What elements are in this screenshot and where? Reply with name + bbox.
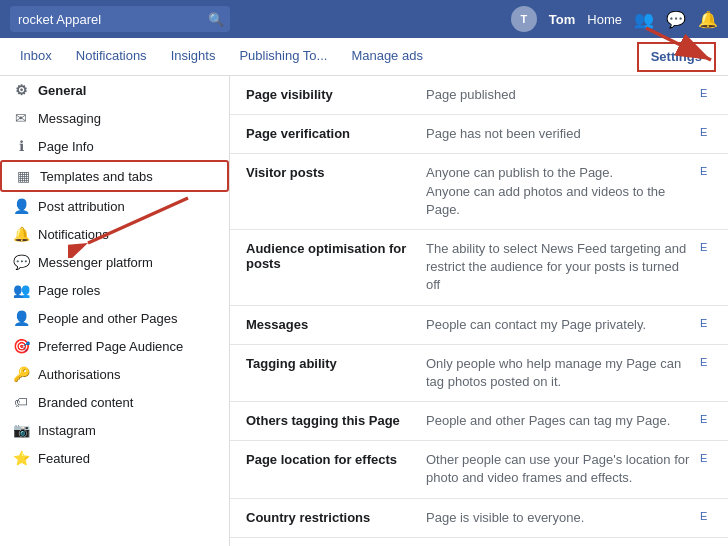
label-audience-opt: Audience optimisation for posts bbox=[246, 240, 426, 271]
friends-icon[interactable]: 👥 bbox=[634, 10, 654, 29]
sidebar-label-messenger: Messenger platform bbox=[38, 255, 153, 270]
value-page-location: Other people can use your Page's locatio… bbox=[426, 451, 692, 487]
sidebar-label-people-pages: People and other Pages bbox=[38, 311, 178, 326]
label-messages: Messages bbox=[246, 316, 426, 332]
page-roles-icon: 👥 bbox=[12, 282, 30, 298]
sidebar-item-general[interactable]: ⚙ General bbox=[0, 76, 229, 104]
label-page-verification: Page verification bbox=[246, 125, 426, 141]
settings-content: Page visibility Page published E Page ve… bbox=[230, 76, 728, 546]
sidebar-label-instagram: Instagram bbox=[38, 423, 96, 438]
value-audience-opt: The ability to select News Feed targetin… bbox=[426, 240, 692, 295]
sidebar-item-page-roles[interactable]: 👥 Page roles bbox=[0, 276, 229, 304]
sidebar-item-instagram[interactable]: 📷 Instagram bbox=[0, 416, 229, 444]
nav-bar: Inbox Notifications Insights Publishing … bbox=[0, 38, 728, 76]
sidebar-item-featured[interactable]: ⭐ Featured bbox=[0, 444, 229, 472]
home-link[interactable]: Home bbox=[587, 12, 622, 27]
edit-tagging-ability[interactable]: E bbox=[692, 355, 712, 368]
value-tagging-ability: Only people who help manage my Page can … bbox=[426, 355, 692, 391]
edit-page-location[interactable]: E bbox=[692, 451, 712, 464]
nav-inbox[interactable]: Inbox bbox=[8, 38, 64, 76]
label-others-tagging: Others tagging this Page bbox=[246, 412, 426, 428]
settings-row-country-restrictions: Country restrictions Page is visible to … bbox=[230, 499, 728, 538]
sidebar-label-messaging: Messaging bbox=[38, 111, 101, 126]
search-button[interactable]: 🔍 bbox=[208, 12, 224, 27]
nav-manage-ads[interactable]: Manage ads bbox=[339, 38, 435, 76]
value-messages: People can contact my Page privately. bbox=[426, 316, 692, 334]
sidebar-item-authorisations[interactable]: 🔑 Authorisations bbox=[0, 360, 229, 388]
settings-row-age-restrictions: Age restrictions Page is shown to everyo… bbox=[230, 538, 728, 546]
notif-icon: 🔔 bbox=[12, 226, 30, 242]
nav-publishing[interactable]: Publishing To... bbox=[227, 38, 339, 76]
edit-country-restrictions[interactable]: E bbox=[692, 509, 712, 522]
preferred-audience-icon: 🎯 bbox=[12, 338, 30, 354]
sidebar-item-messenger-platform[interactable]: 💬 Messenger platform bbox=[0, 248, 229, 276]
edit-page-visibility[interactable]: E bbox=[692, 86, 712, 99]
main-content: ⚙ General ✉ Messaging ℹ Page Info ▦ Temp… bbox=[0, 76, 728, 546]
sidebar-label-authorisations: Authorisations bbox=[38, 367, 120, 382]
settings-row-messages: Messages People can contact my Page priv… bbox=[230, 306, 728, 345]
templates-icon: ▦ bbox=[14, 168, 32, 184]
people-pages-icon: 👤 bbox=[12, 310, 30, 326]
value-country-restrictions: Page is visible to everyone. bbox=[426, 509, 692, 527]
sidebar-item-people-pages[interactable]: 👤 People and other Pages bbox=[0, 304, 229, 332]
avatar: T bbox=[511, 6, 537, 32]
sidebar: ⚙ General ✉ Messaging ℹ Page Info ▦ Temp… bbox=[0, 76, 230, 546]
nav-insights[interactable]: Insights bbox=[159, 38, 228, 76]
top-bar: 🔍 T Tom Home 👥 💬 🔔 bbox=[0, 0, 728, 38]
label-visitor-posts: Visitor posts bbox=[246, 164, 426, 180]
authorisations-icon: 🔑 bbox=[12, 366, 30, 382]
search-wrap: 🔍 bbox=[10, 6, 230, 32]
settings-row-visitor-posts: Visitor posts Anyone can publish to the … bbox=[230, 154, 728, 230]
instagram-icon: 📷 bbox=[12, 422, 30, 438]
label-country-restrictions: Country restrictions bbox=[246, 509, 426, 525]
settings-row-others-tagging: Others tagging this Page People and othe… bbox=[230, 402, 728, 441]
sidebar-item-messaging[interactable]: ✉ Messaging bbox=[0, 104, 229, 132]
username-label: Tom bbox=[549, 12, 575, 27]
settings-row-page-visibility: Page visibility Page published E bbox=[230, 76, 728, 115]
label-page-location: Page location for effects bbox=[246, 451, 426, 467]
sidebar-item-page-info[interactable]: ℹ Page Info bbox=[0, 132, 229, 160]
edit-others-tagging[interactable]: E bbox=[692, 412, 712, 425]
sidebar-item-post-attribution[interactable]: 👤 Post attribution bbox=[0, 192, 229, 220]
top-bar-right: T Tom Home 👥 💬 🔔 bbox=[511, 6, 718, 32]
settings-row-page-verification: Page verification Page has not been veri… bbox=[230, 115, 728, 154]
sidebar-item-templates-tabs[interactable]: ▦ Templates and tabs bbox=[0, 160, 229, 192]
search-input[interactable] bbox=[10, 6, 230, 32]
sidebar-item-branded-content[interactable]: 🏷 Branded content bbox=[0, 388, 229, 416]
edit-messages[interactable]: E bbox=[692, 316, 712, 329]
messenger-icon: 💬 bbox=[12, 254, 30, 270]
notifications-icon[interactable]: 🔔 bbox=[698, 10, 718, 29]
sidebar-label-notifications: Notifications bbox=[38, 227, 109, 242]
general-icon: ⚙ bbox=[12, 82, 30, 98]
sidebar-label-page-roles: Page roles bbox=[38, 283, 100, 298]
sidebar-label-preferred-audience: Preferred Page Audience bbox=[38, 339, 183, 354]
sidebar-item-preferred-audience[interactable]: 🎯 Preferred Page Audience bbox=[0, 332, 229, 360]
edit-visitor-posts[interactable]: E bbox=[692, 164, 712, 177]
branded-content-icon: 🏷 bbox=[12, 394, 30, 410]
value-others-tagging: People and other Pages can tag my Page. bbox=[426, 412, 692, 430]
settings-row-page-location: Page location for effects Other people c… bbox=[230, 441, 728, 498]
label-page-visibility: Page visibility bbox=[246, 86, 426, 102]
chat-icon[interactable]: 💬 bbox=[666, 10, 686, 29]
sidebar-item-notifications[interactable]: 🔔 Notifications bbox=[0, 220, 229, 248]
page-info-icon: ℹ bbox=[12, 138, 30, 154]
page-wrapper: 🔍 T Tom Home 👥 💬 🔔 Inbox Notifications I… bbox=[0, 0, 728, 546]
nav-notifications[interactable]: Notifications bbox=[64, 38, 159, 76]
featured-icon: ⭐ bbox=[12, 450, 30, 466]
value-page-visibility: Page published bbox=[426, 86, 692, 104]
edit-audience-opt[interactable]: E bbox=[692, 240, 712, 253]
sidebar-label-featured: Featured bbox=[38, 451, 90, 466]
settings-button[interactable]: Settings bbox=[637, 42, 716, 72]
sidebar-label-templates: Templates and tabs bbox=[40, 169, 153, 184]
sidebar-label-branded-content: Branded content bbox=[38, 395, 133, 410]
sidebar-label-page-info: Page Info bbox=[38, 139, 94, 154]
messaging-icon: ✉ bbox=[12, 110, 30, 126]
sidebar-label-general: General bbox=[38, 83, 86, 98]
value-page-verification: Page has not been verified bbox=[426, 125, 692, 143]
edit-page-verification[interactable]: E bbox=[692, 125, 712, 138]
settings-row-tagging-ability: Tagging ability Only people who help man… bbox=[230, 345, 728, 402]
label-tagging-ability: Tagging ability bbox=[246, 355, 426, 371]
value-visitor-posts: Anyone can publish to the Page. Anyone c… bbox=[426, 164, 692, 219]
sidebar-label-post-attribution: Post attribution bbox=[38, 199, 125, 214]
settings-table: Page visibility Page published E Page ve… bbox=[230, 76, 728, 546]
